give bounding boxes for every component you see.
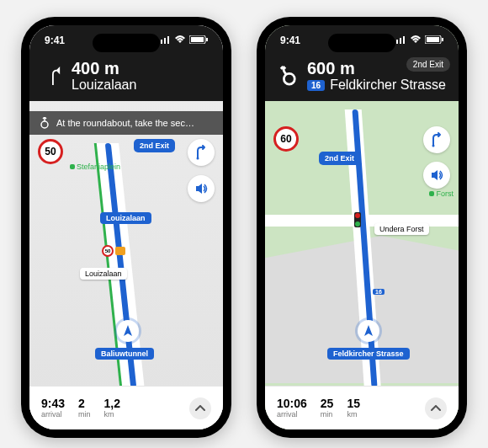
sub-banner[interactable]: At the roundabout, take the sec… [29,111,223,135]
svg-rect-3 [167,36,169,44]
exit-pill: 2nd Exit [406,57,450,72]
route-options-button[interactable] [188,139,215,166]
street-label-undera: Undera Forst [374,223,429,235]
phone-right: 9:41 2nd Exit 600 m [257,17,467,438]
svg-point-16 [284,73,294,84]
svg-point-7 [41,121,48,128]
route-shield: 16 [307,80,325,91]
exit-badge: 2nd Exit [319,152,360,165]
route-options-button[interactable] [423,126,450,153]
route-label-baliuwtunnel: Baliuwtunnel [95,348,154,360]
more-button[interactable] [189,397,211,419]
route-label-feldkircher: Feldkircher Strasse [327,348,410,360]
svg-rect-2 [164,38,166,44]
poi-forst: Forst [429,189,454,198]
camera-icon [115,247,125,255]
stat-arrival: 10:06 arrival [277,397,307,419]
bottom-bar[interactable]: 9:43 arrival 2 min 1,2 km [29,386,223,429]
bottom-bar[interactable]: 10:06 arrival 25 min 15 km [265,386,459,429]
battery-icon [189,35,208,46]
screen: 9:41 2nd Exit 600 m [265,25,459,429]
dynamic-island [93,34,160,52]
nav-distance: 400 m [72,59,136,77]
stat-min: 25 min [321,397,334,419]
exit-badge: 2nd Exit [134,139,175,152]
chevron-up-icon [195,405,205,412]
svg-point-17 [432,145,435,147]
status-time: 9:41 [45,35,65,46]
speed-limit-sign: 50 [38,139,63,164]
wifi-icon [174,35,186,46]
dynamic-island [328,34,395,52]
nav-street: Louizalaan [72,77,136,93]
traffic-light-icon [354,212,361,227]
svg-point-8 [197,157,199,160]
street-label-louizalaan-2: Louizalaan [80,268,127,280]
maneuver-arrow-icon [41,64,63,88]
location-puck [117,320,139,342]
screen: 9:41 400 m Louizalaan [29,25,223,429]
svg-rect-14 [427,37,439,42]
speed-limit-sign: 60 [273,126,299,152]
stat-km: 15 km [347,397,360,419]
stat-arrival: 9:43 arrival [41,397,65,419]
svg-rect-5 [191,37,204,42]
phone-left: 9:41 400 m Louizalaan [21,17,231,438]
route-label-louizalaan-1: Louizalaan [100,212,151,224]
svg-rect-10 [396,40,398,44]
poi-stefaniaplein: Stefaniaplein [70,163,120,171]
more-button[interactable] [425,397,447,419]
shield-mini: 16 [373,289,385,295]
audio-button[interactable] [423,162,450,189]
sub-banner-text: At the roundabout, take the sec… [56,118,194,128]
svg-rect-15 [442,38,443,41]
roundabout-icon [40,117,50,129]
wifi-icon [410,35,422,46]
stat-min: 2 min [78,397,91,419]
location-puck [358,320,379,342]
audio-button[interactable] [188,175,215,202]
svg-rect-1 [161,40,162,44]
chevron-up-icon [431,405,441,412]
svg-rect-6 [206,38,208,41]
svg-rect-12 [403,36,405,44]
status-time: 9:41 [280,35,300,46]
maneuver-roundabout-icon [277,64,299,88]
svg-rect-11 [400,38,401,44]
stat-km: 1,2 km [104,397,120,419]
nav-street: Feldkircher Strasse [330,77,446,93]
mini-speed-sign: 50 [102,245,114,257]
battery-icon [425,35,443,46]
